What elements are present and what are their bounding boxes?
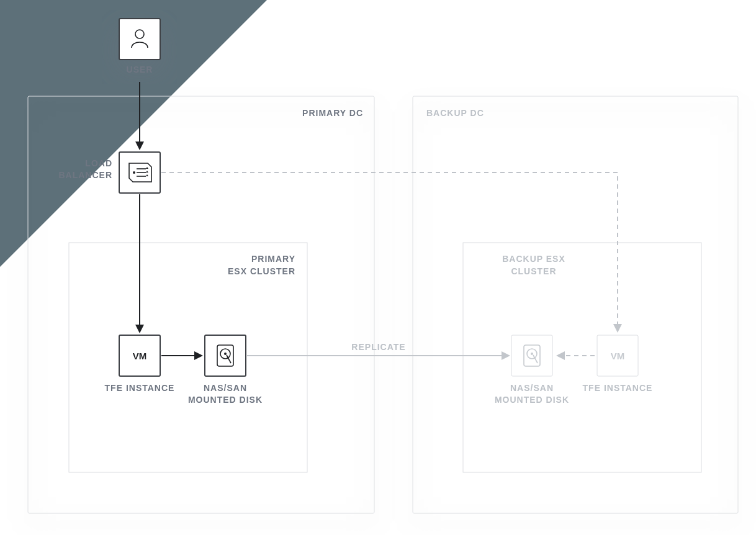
backup-vm-label: TFE INSTANCE [583, 383, 653, 393]
backup-cluster-title-1: BACKUP ESX [502, 254, 565, 264]
svg-rect-2 [119, 19, 160, 60]
load-balancer-label-2: BALANCER [58, 170, 112, 180]
load-balancer-label-1: LOAD [85, 158, 112, 168]
architecture-diagram: USER PRIMARY DC BACKUP DC LOAD BALANCER … [0, 0, 756, 535]
primary-cluster-title-1: PRIMARY [251, 254, 295, 264]
backup-cluster-title-2: CLUSTER [511, 266, 556, 276]
svg-rect-24 [511, 335, 552, 376]
primary-cluster-title-2: ESX CLUSTER [228, 266, 295, 276]
svg-point-22 [224, 353, 227, 355]
svg-rect-19 [205, 335, 246, 376]
svg-point-7 [133, 171, 135, 174]
primary-vm-label: TFE INSTANCE [105, 383, 175, 393]
primary-disk-label-2: MOUNTED DISK [188, 395, 263, 405]
backup-disk-label-2: MOUNTED DISK [495, 395, 569, 405]
primary-vm-text: VM [133, 351, 147, 361]
user-label: USER [127, 65, 153, 74]
backup-disk-label-1: NAS/SAN [510, 383, 554, 393]
primary-disk-label-1: NAS/SAN [204, 383, 247, 393]
svg-point-27 [531, 353, 533, 355]
backup-dc-title: BACKUP DC [426, 108, 484, 118]
primary-dc-title: PRIMARY DC [302, 108, 363, 118]
replicate-label: REPLICATE [351, 342, 405, 352]
backup-vm-text: VM [611, 351, 625, 361]
